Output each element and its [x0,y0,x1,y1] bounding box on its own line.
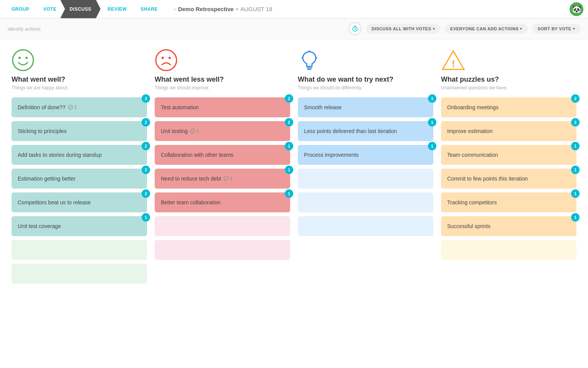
nav-step-vote[interactable]: VOTE [36,0,64,18]
card-less_well-4[interactable]: Better team collaboration [155,192,290,212]
card-wrap-went_well-0: Definition of done??23 [12,97,147,117]
avatar[interactable]: 🐼 [570,2,583,16]
nav-right: 🐼 [570,2,583,16]
card-puzzles-0[interactable]: Onboarding meetings [441,97,576,117]
card-puzzles-1[interactable]: Improve estimation [441,121,576,141]
card-wrap-try_next-1: Less points delivered than last iteratio… [298,121,433,141]
card-wrap-puzzles-2: Team communication1 [441,145,576,165]
nav-steps: GROUP VOTE DISCUSS REVIEW SHARE [5,0,165,18]
vote-badge-went_well-0: 3 [142,94,150,103]
vote-badge-puzzles-3: 1 [571,166,580,174]
vote-badge-went_well-2: 2 [142,142,150,150]
card-wrap-less_well-3: Need to reduce tech debt11 [155,169,290,189]
svg-point-8 [190,129,195,133]
card-went_well-0[interactable]: Definition of done??2 [12,97,147,117]
col-header-less_well: What went less well?Things we should imp… [155,49,290,90]
col-subtitle-less_well: Things we should improve. [155,85,290,90]
nav-step-review[interactable]: REVIEW [101,0,134,18]
empty-card-less_well-0 [155,216,290,236]
timer-icon [352,25,358,32]
card-wrap-puzzles-5: Successful sprints1 [441,216,576,236]
column-less_well: What went less well?Things we should imp… [151,49,294,360]
col-subtitle-try_next: Things we should do differently. [298,85,433,90]
empty-card-wrap-less_well-0 [155,216,290,236]
col-title-less_well: What went less well? [155,76,290,84]
empty-card-wrap-went_well-1 [12,264,147,284]
nav-step-group[interactable]: GROUP [5,0,36,18]
card-extra-icon-went_well-0: 2 [68,105,77,110]
discuss-caret-icon: ▾ [433,27,435,31]
card-went_well-1[interactable]: Sticking to principles [12,121,147,141]
column-try_next: What do we want to try next?Things we sh… [294,49,437,360]
vote-badge-less_well-2: 1 [285,142,293,150]
svg-point-6 [162,57,164,59]
vote-badge-puzzles-1: 2 [571,118,580,127]
empty-card-went_well-1 [12,264,147,284]
vote-badge-puzzles-5: 1 [571,213,580,222]
col-header-puzzles: ! What puzzles us?Unanswered questions w… [441,49,576,90]
svg-text:!: ! [452,58,455,69]
discuss-all-button[interactable]: DISCUSS ALL WITH VOTES ▾ [366,24,440,34]
card-try_next-0[interactable]: Smooth release [298,97,433,117]
board: What went well?Things we are happy about… [0,39,588,368]
vote-badge-less_well-1: 2 [285,118,293,127]
vote-badge-less_well-0: 2 [285,94,293,103]
add-actions-button[interactable]: EVERYONE CAN ADD ACTIONS ▾ [445,24,528,34]
col-icon-less_well [155,49,178,72]
card-less_well-1[interactable]: Unit testing1 [155,121,290,141]
card-went_well-2[interactable]: Add tasks to stories during standup [12,145,147,165]
card-less_well-2[interactable]: Collaboration with other teams [155,145,290,165]
card-try_next-2[interactable]: Process improvements [298,145,433,165]
empty-card-wrap-went_well-0 [12,240,147,260]
vote-badge-went_well-1: 2 [142,118,150,127]
card-wrap-try_next-2: Process improvements1 [298,145,433,165]
col-icon-puzzles: ! [441,49,464,72]
svg-point-4 [68,105,73,110]
empty-card-wrap-try_next-2 [298,216,433,236]
empty-card-try_next-1 [298,192,433,212]
card-wrap-went_well-4: Competitors beat us to release2 [12,192,147,212]
col-header-went_well: What went well?Things we are happy about… [12,49,147,90]
toolbar: identify actions DISCUSS ALL WITH VOTES … [0,18,588,39]
empty-card-try_next-2 [298,216,433,236]
card-puzzles-4[interactable]: Tracking competitors [441,192,576,212]
actions-caret-icon: ▾ [520,27,522,31]
empty-card-puzzles-0 [441,240,576,260]
card-wrap-went_well-3: Estimation getting better2 [12,169,147,189]
timer-button[interactable] [349,22,362,35]
sort-button[interactable]: SORT BY VOTE ▾ [532,24,580,34]
card-wrap-less_well-1: Unit testing12 [155,121,290,141]
card-extra-icon-less_well-3: 1 [223,176,233,181]
empty-card-wrap-try_next-0 [298,169,433,189]
card-puzzles-3[interactable]: Commit to few points this iteration [441,169,576,189]
nav-bar: GROUP VOTE DISCUSS REVIEW SHARE › Demo R… [0,0,588,18]
vote-badge-puzzles-4: 1 [571,189,580,198]
empty-card-wrap-try_next-1 [298,192,433,212]
col-header-try_next: What do we want to try next?Things we sh… [298,49,433,90]
card-try_next-1[interactable]: Less points delivered than last iteratio… [298,121,433,141]
card-puzzles-2[interactable]: Team communication [441,145,576,165]
card-less_well-0[interactable]: Test automation [155,97,290,117]
nav-step-share[interactable]: SHARE [134,0,165,18]
vote-badge-puzzles-2: 1 [571,142,580,150]
empty-card-wrap-puzzles-0 [441,240,576,260]
card-went_well-5[interactable]: Unit test coverage [12,216,147,236]
card-extra-icon-less_well-1: 1 [190,128,199,134]
card-puzzles-5[interactable]: Successful sprints [441,216,576,236]
card-wrap-puzzles-1: Improve estimation2 [441,121,576,141]
vote-badge-went_well-4: 2 [142,189,150,198]
svg-point-1 [13,50,33,71]
svg-point-7 [168,57,171,59]
card-wrap-less_well-4: Better team collaboration1 [155,192,290,212]
card-went_well-4[interactable]: Competitors beat us to release [12,192,147,212]
col-title-try_next: What do we want to try next? [298,76,433,84]
card-wrap-went_well-1: Sticking to principles2 [12,121,147,141]
card-wrap-puzzles-3: Commit to few points this iteration1 [441,169,576,189]
empty-card-went_well-0 [12,240,147,260]
col-subtitle-puzzles: Unanswered questions we have. [441,85,576,90]
nav-step-discuss[interactable]: DISCUSS [60,0,101,18]
card-less_well-3[interactable]: Need to reduce tech debt1 [155,169,290,189]
card-wrap-went_well-5: Unit test coverage1 [12,216,147,236]
card-went_well-3[interactable]: Estimation getting better [12,169,147,189]
toolbar-label: identify actions [8,26,41,32]
